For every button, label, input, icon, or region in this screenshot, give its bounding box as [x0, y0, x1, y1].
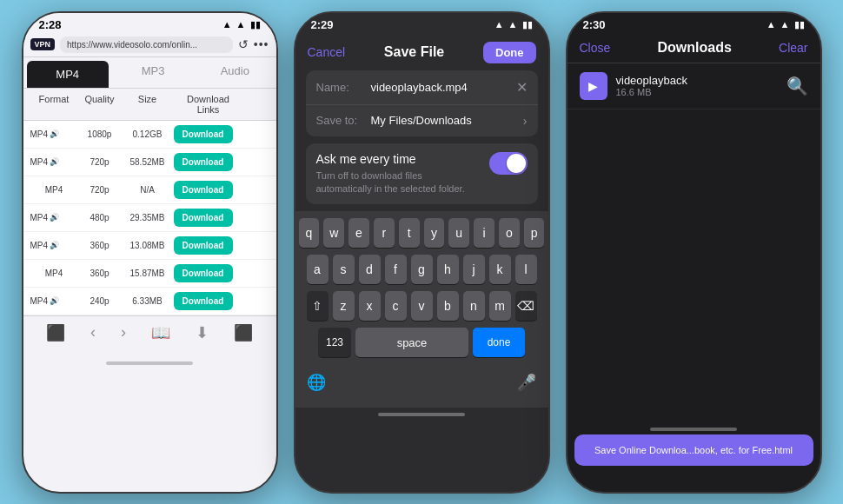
keyboard-row-2: a s d f g h j k l — [299, 255, 545, 284]
close-button[interactable]: Close — [580, 41, 611, 55]
file-name: videoplayback — [616, 74, 778, 87]
name-value[interactable]: videoplayback.mp4 — [371, 81, 509, 94]
more-button[interactable]: ••• — [254, 37, 269, 51]
quality-cell: 240p — [78, 296, 122, 306]
home-indicator-3 — [650, 428, 737, 431]
clear-button[interactable]: Clear — [779, 41, 807, 55]
clear-icon[interactable]: ✕ — [516, 79, 528, 96]
table-row: MP4 360p 15.87MB Download — [23, 260, 276, 288]
mic-key[interactable]: 🎤 — [516, 368, 538, 397]
size-cell: 6.33MB — [122, 296, 174, 306]
space-key[interactable]: space — [355, 328, 468, 357]
key-x[interactable]: x — [359, 291, 381, 321]
key-n[interactable]: n — [463, 291, 485, 321]
numbers-key[interactable]: 123 — [318, 328, 351, 357]
download-button-5[interactable]: Download — [174, 236, 233, 255]
url-bar[interactable]: https://www.videosolo.com/onlin... — [60, 36, 233, 53]
phone-2: 2:29 ▲ ▲ ▮▮ Cancel Save File Done Name: … — [294, 11, 550, 494]
key-p[interactable]: p — [524, 218, 545, 248]
cancel-button[interactable]: Cancel — [308, 45, 346, 59]
name-row: Name: videoplayback.mp4 ✕ — [306, 70, 538, 105]
tab-audio[interactable]: Audio — [194, 57, 275, 88]
toggle-switch[interactable] — [489, 152, 528, 175]
tab-mp4[interactable]: MP4 — [27, 61, 109, 88]
done-button[interactable]: Done — [483, 42, 536, 63]
key-e[interactable]: e — [348, 218, 369, 248]
key-c[interactable]: c — [385, 291, 407, 321]
backspace-key[interactable]: ⌫ — [515, 291, 537, 321]
status-bar-2: 2:29 ▲ ▲ ▮▮ — [295, 13, 548, 33]
key-u[interactable]: u — [448, 218, 469, 248]
table-row: MP4 720p N/A Download — [23, 176, 276, 204]
nav-forward-icon[interactable]: › — [121, 323, 126, 342]
key-j[interactable]: j — [463, 255, 485, 284]
keyboard: q w e r t y u i o p a s d f g h j k l ⇧ … — [295, 211, 548, 408]
format-cell: MP4 — [30, 269, 78, 278]
quality-cell: 360p — [78, 241, 122, 250]
key-b[interactable]: b — [437, 291, 459, 321]
key-w[interactable]: w — [323, 218, 344, 248]
emoji-key[interactable]: 🌐 — [306, 368, 328, 397]
tab-mp3[interactable]: MP3 — [112, 57, 194, 88]
key-k[interactable]: k — [489, 255, 511, 284]
wifi-icon: ▲ — [236, 19, 246, 30]
download-button-6[interactable]: Download — [174, 264, 233, 282]
format-cell: MP4 🔊 — [30, 157, 78, 167]
nav-download-icon[interactable]: ⬇ — [196, 323, 209, 342]
download-button-3[interactable]: Download — [174, 181, 233, 199]
reload-button[interactable]: ↺ — [238, 37, 249, 51]
key-q[interactable]: q — [299, 218, 320, 248]
saveto-value[interactable]: My Files/Downloads — [371, 114, 516, 127]
nav-tabs-icon[interactable]: ⬛ — [46, 323, 65, 342]
name-label: Name: — [316, 81, 364, 94]
download-button-1[interactable]: Download — [174, 125, 233, 143]
search-button[interactable]: 🔍 — [787, 76, 808, 96]
size-cell: N/A — [122, 185, 174, 195]
bottom-nav: ⬛ ‹ › 📖 ⬇ ⬛ — [23, 315, 276, 356]
nav-bookmarks-icon[interactable]: 📖 — [151, 323, 170, 342]
done-key[interactable]: done — [473, 328, 525, 357]
key-m[interactable]: m — [489, 291, 511, 321]
save-file-title: Save File — [384, 44, 444, 60]
browser-bar: VPN https://www.videosolo.com/onlin... ↺… — [23, 33, 276, 57]
key-s[interactable]: s — [333, 255, 355, 284]
key-r[interactable]: r — [374, 218, 395, 248]
table-row: MP4 🔊 240p 6.33MB Download — [23, 288, 276, 315]
shift-key[interactable]: ⇧ — [307, 291, 329, 321]
download-button-7[interactable]: Download — [174, 292, 233, 310]
quality-cell: 480p — [78, 213, 122, 222]
table-row: MP4 🔊 720p 58.52MB Download — [23, 149, 276, 176]
key-f[interactable]: f — [385, 255, 407, 284]
size-cell: 58.52MB — [122, 157, 174, 167]
download-button-4[interactable]: Download — [174, 209, 233, 227]
size-cell: 29.35MB — [122, 213, 174, 222]
col-download: DownloadLinks — [174, 94, 243, 115]
key-t[interactable]: t — [399, 218, 420, 248]
chevron-right-icon: › — [523, 114, 528, 128]
home-indicator-2 — [378, 413, 465, 416]
key-v[interactable]: v — [411, 291, 433, 321]
key-g[interactable]: g — [411, 255, 433, 284]
download-button-2[interactable]: Download — [174, 153, 233, 171]
home-indicator-1 — [106, 361, 193, 365]
key-i[interactable]: i — [474, 218, 495, 248]
key-h[interactable]: h — [437, 255, 459, 284]
col-size: Size — [122, 94, 174, 115]
key-z[interactable]: z — [333, 291, 355, 321]
table-row: MP4 🔊 480p 29.35MB Download — [23, 204, 276, 232]
nav-back-icon[interactable]: ‹ — [90, 323, 96, 342]
save-banner[interactable]: Save Online Downloa...book, etc. for Fre… — [574, 434, 813, 466]
key-a[interactable]: a — [307, 255, 329, 284]
key-o[interactable]: o — [499, 218, 520, 248]
vpn-badge: VPN — [30, 38, 56, 50]
key-y[interactable]: y — [424, 218, 445, 248]
col-quality: Quality — [78, 94, 122, 115]
save-file-header: Cancel Save File Done — [295, 33, 548, 70]
time-3: 2:30 — [583, 18, 606, 31]
key-d[interactable]: d — [359, 255, 381, 284]
nav-menu-icon[interactable]: ⬛ — [234, 323, 253, 342]
key-l[interactable]: l — [515, 255, 537, 284]
size-cell: 0.12GB — [122, 129, 174, 139]
format-cell: MP4 🔊 — [30, 129, 78, 139]
status-icons-1: ▲ ▲ ▮▮ — [222, 19, 261, 30]
